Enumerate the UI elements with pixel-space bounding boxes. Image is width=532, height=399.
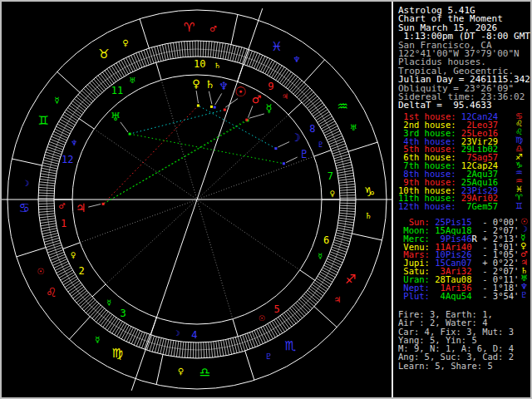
degree-tick bbox=[254, 331, 261, 345]
degree-tick bbox=[248, 333, 254, 348]
planet-label: Plut: bbox=[398, 291, 430, 301]
degree-tick bbox=[55, 264, 69, 271]
house-cusp-spoke bbox=[80, 200, 195, 243]
stat-learn-share: Learn: 5, Share: 5 bbox=[398, 362, 532, 370]
house-cusp-segment bbox=[233, 319, 238, 337]
chart-info-header: Astrolog 5.41G Chart of the Moment Sun M… bbox=[398, 7, 532, 111]
house-number-8: 8 bbox=[309, 123, 315, 135]
sign-ruler-icon-cancer: ☽ bbox=[22, 179, 29, 188]
degree-tick bbox=[224, 340, 226, 356]
aspect-line-trine-mars-jupiter bbox=[103, 120, 247, 204]
aspect-line-trine-uranus-pluto bbox=[130, 134, 283, 164]
degree-tick bbox=[134, 331, 140, 345]
sign-ruler-icon-pisces: ♆ bbox=[293, 55, 300, 64]
degree-tick bbox=[339, 215, 355, 217]
degree-tick bbox=[263, 58, 270, 72]
degree-tick bbox=[41, 226, 57, 229]
degree-tick bbox=[41, 224, 57, 226]
degree-tick bbox=[139, 332, 145, 347]
zodiac-sign-icon-capricorn: ♑ bbox=[364, 185, 375, 200]
degree-tick bbox=[169, 340, 171, 356]
degree-tick bbox=[326, 261, 340, 268]
degree-tick bbox=[50, 139, 65, 145]
house-cusp-value: 7Gem57 bbox=[456, 201, 499, 211]
degree-tick bbox=[187, 41, 188, 57]
degree-tick bbox=[340, 208, 356, 209]
panel-divider bbox=[392, 2, 393, 397]
degree-tick bbox=[136, 332, 142, 347]
house-cosignificator-icon-10: ♄ bbox=[214, 62, 220, 70]
degree-tick bbox=[39, 211, 55, 213]
degree-tick bbox=[181, 42, 183, 57]
degree-tick bbox=[331, 249, 346, 255]
sign-ruler-icon-virgo: ☿ bbox=[95, 335, 100, 344]
degree-tick bbox=[174, 341, 176, 357]
degree-tick bbox=[52, 134, 66, 140]
sign-boundary bbox=[348, 142, 377, 151]
degree-tick bbox=[49, 252, 64, 258]
zodiac-sign-icon-aquarius: ♒ bbox=[337, 99, 348, 114]
house-cosignificator-icon-2: ♀ bbox=[71, 251, 76, 259]
chart-wheel: ♈♂♉♀♊☿♋☽♌☉♍☿♎♀♏♇♐♃♑♄♒♅♓♆1♂2♀3☿4☽5☉6☿7♀8♇… bbox=[2, 2, 392, 397]
degree-tick bbox=[203, 41, 204, 57]
degree-tick bbox=[339, 210, 355, 211]
degree-tick bbox=[176, 42, 179, 58]
sign-boundary bbox=[140, 19, 149, 48]
zodiac-sign-icon-aries: ♈ bbox=[184, 20, 195, 35]
degree-tick bbox=[327, 133, 341, 140]
degree-tick bbox=[339, 181, 355, 183]
degree-tick bbox=[53, 131, 67, 138]
degree-tick bbox=[329, 254, 344, 260]
degree-tick bbox=[252, 52, 258, 67]
wheel-planet-icon-saturn: ♄ bbox=[205, 78, 215, 91]
wheel-planet-icon-sun: ☉ bbox=[234, 84, 246, 100]
degree-tick bbox=[325, 263, 339, 269]
degree-tick bbox=[211, 342, 213, 357]
wheel-planet-icon-venus: ♀ bbox=[192, 77, 200, 90]
degree-tick bbox=[259, 56, 265, 70]
house-sign-icon: ♊ bbox=[515, 202, 523, 210]
degree-tick bbox=[51, 254, 66, 260]
degree-tick bbox=[168, 43, 170, 59]
degree-tick bbox=[180, 342, 181, 357]
degree-tick bbox=[126, 57, 133, 71]
degree-tick bbox=[38, 190, 54, 191]
house-cusp-spoke bbox=[198, 201, 233, 319]
planet-pointer-sun bbox=[225, 99, 238, 108]
house-cusp-table: 1st house: 12Can24♋ 2nd house: 2Leo37♌ 3… bbox=[398, 113, 532, 211]
planet-pointer-saturn bbox=[209, 91, 212, 105]
degree-tick bbox=[257, 329, 264, 343]
planet-position-dot-jupiter bbox=[102, 203, 105, 205]
degree-tick bbox=[48, 144, 63, 150]
degree-tick bbox=[39, 185, 55, 186]
zodiac-sign-icon-scorpio: ♏ bbox=[284, 338, 296, 353]
degree-tick bbox=[38, 204, 54, 204]
degree-tick bbox=[39, 187, 55, 188]
astrolog-window: ♈♂♉♀♊☿♋☽♌☉♍☿♎♀♏♇♐♃♑♄♒♅♓♆1♂2♀3☿4☽5☉6☿7♀8♇… bbox=[0, 0, 532, 399]
planet-row-plut: Plut: 4Aqu54 - 3°54'♇ bbox=[398, 293, 532, 301]
degree-tick bbox=[254, 54, 260, 68]
house-cusp-segment bbox=[288, 102, 302, 115]
house-cosignificator-icon-3: ☿ bbox=[106, 298, 111, 307]
degree-tick bbox=[340, 205, 356, 206]
degree-tick bbox=[40, 219, 56, 221]
degree-tick bbox=[40, 179, 56, 180]
degree-tick bbox=[38, 193, 54, 194]
house-cosignificator-icon-11: ♅ bbox=[129, 76, 135, 85]
degree-tick bbox=[339, 218, 355, 219]
house-number-1: 1 bbox=[61, 218, 66, 229]
degree-tick bbox=[141, 51, 147, 66]
zodiac-sign-icon-virgo: ♍ bbox=[112, 346, 123, 361]
degree-tick bbox=[216, 341, 219, 357]
house-number-9: 9 bbox=[268, 81, 273, 92]
sign-boundary bbox=[17, 248, 46, 257]
degree-tick bbox=[340, 195, 356, 196]
degree-tick bbox=[208, 42, 209, 57]
degree-tick bbox=[55, 129, 69, 135]
planet-pointer-uranus bbox=[121, 122, 128, 132]
degree-tick bbox=[328, 259, 342, 265]
house-row-12: 12th house: 7Gem57♊ bbox=[398, 203, 532, 211]
degree-tick bbox=[206, 342, 207, 358]
degree-tick bbox=[219, 341, 221, 357]
retrograde-flag bbox=[472, 291, 483, 301]
